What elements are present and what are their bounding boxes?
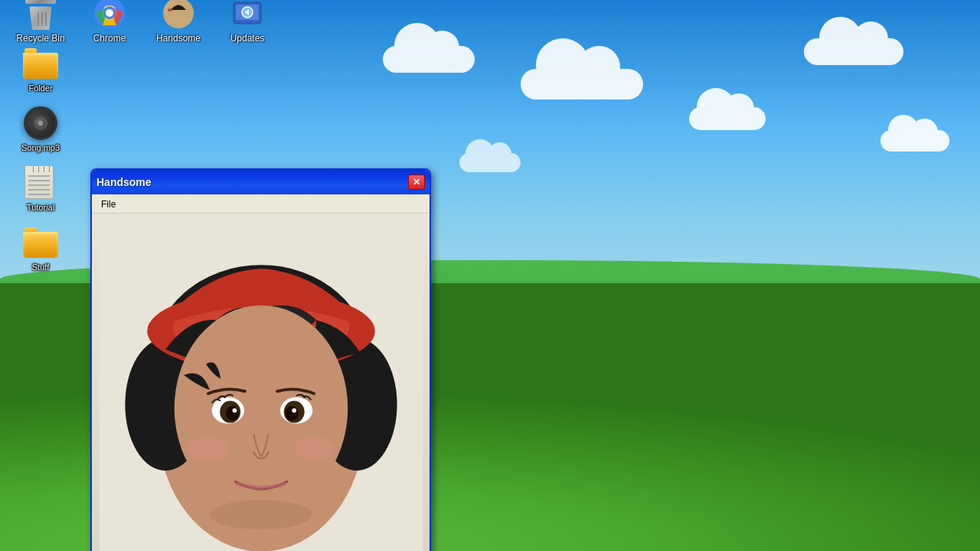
recycle-bin-graphic <box>25 0 56 30</box>
handsome-icon-image <box>160 0 197 31</box>
desktop-icon-handsome[interactable]: Handsome <box>144 0 213 47</box>
svg-point-18 <box>174 305 348 511</box>
tutorial-spiral <box>28 166 50 172</box>
window-titlebar[interactable]: Handsome ✕ <box>92 170 430 194</box>
svg-point-21 <box>225 406 238 421</box>
updates-label: Updates <box>230 33 265 44</box>
sound-graphic <box>24 106 57 140</box>
desktop-icon-folder[interactable]: Folder <box>6 42 75 96</box>
svg-point-25 <box>285 406 298 421</box>
stuff-icon-image <box>22 224 59 261</box>
svg-point-28 <box>293 437 335 461</box>
desktop-icon-recycle-bin[interactable]: Recycle Bin <box>6 0 75 47</box>
cloud-6 <box>459 153 521 172</box>
folder-label: Folder <box>10 83 71 93</box>
tutorial-icon-image <box>22 165 59 201</box>
tutorial-line <box>28 184 50 186</box>
file-menu[interactable]: File <box>98 198 119 210</box>
tutorial-line <box>28 175 50 177</box>
svg-rect-6 <box>168 8 172 11</box>
chrome-icon-image <box>91 0 128 31</box>
rb-lid <box>25 0 56 4</box>
folder-body <box>23 53 58 79</box>
desktop-icon-stuff[interactable]: Stuff <box>6 221 75 275</box>
song-label: Song.mp3 <box>10 143 71 152</box>
tutorial-graphic <box>24 165 57 201</box>
cloud-2 <box>521 69 643 99</box>
chrome-label: Chrome <box>93 33 126 44</box>
stuff-label: Stuff <box>10 262 71 272</box>
cloud-1 <box>383 46 475 73</box>
song-icon-image <box>22 105 59 142</box>
sound-center-dot <box>38 121 43 126</box>
cloud-5 <box>880 130 949 152</box>
cloud-3 <box>689 107 766 130</box>
character-svg <box>93 214 430 551</box>
window-menubar: File <box>92 194 430 214</box>
tutorial-line <box>28 194 50 195</box>
recycle-bin-icon-image <box>22 0 59 31</box>
sound-inner-ring <box>34 116 47 130</box>
desktop-icon-updates[interactable]: Updates <box>213 0 282 47</box>
updates-icon-image <box>229 0 266 31</box>
character-display <box>92 214 430 551</box>
window-controls: ✕ <box>408 174 425 190</box>
updates-icon <box>230 0 264 30</box>
tutorial-line <box>28 180 50 181</box>
window-content <box>92 214 430 551</box>
rb-line <box>41 12 43 26</box>
rb-line <box>38 12 39 26</box>
svg-point-29 <box>209 500 312 529</box>
cloud-4 <box>804 38 903 65</box>
chrome-icon <box>93 0 126 30</box>
svg-point-26 <box>292 408 296 412</box>
tutorial-line <box>28 189 50 191</box>
top-icon-row: Recycle Bin Chrome <box>0 0 980 38</box>
folder-graphic <box>23 48 58 79</box>
stuff-folder-body <box>23 232 58 258</box>
handsome-label: Handsome <box>156 33 201 44</box>
rb-lines <box>38 12 47 26</box>
desktop: Recycle Bin Chrome <box>0 0 980 551</box>
svg-point-3 <box>106 9 113 17</box>
svg-point-22 <box>232 408 237 412</box>
desktop-icon-tutorial[interactable]: Tutorial <box>6 161 75 215</box>
svg-point-27 <box>188 437 229 461</box>
window-title: Handsome <box>96 176 152 188</box>
handsome-icon <box>162 0 195 30</box>
close-button[interactable]: ✕ <box>408 174 425 190</box>
rb-body <box>28 4 53 30</box>
handsome-window: Handsome ✕ File <box>90 168 431 551</box>
sidebar-icons: Folder Song.mp3 <box>6 42 75 275</box>
tutorial-lines <box>28 175 50 198</box>
tutorial-page <box>24 165 54 199</box>
stuff-folder-graphic <box>23 227 58 258</box>
rb-line <box>45 12 47 26</box>
tutorial-label: Tutorial <box>10 203 71 212</box>
desktop-icon-song[interactable]: Song.mp3 <box>6 102 75 155</box>
folder-icon-image <box>22 45 59 82</box>
desktop-icon-chrome[interactable]: Chrome <box>75 0 144 47</box>
